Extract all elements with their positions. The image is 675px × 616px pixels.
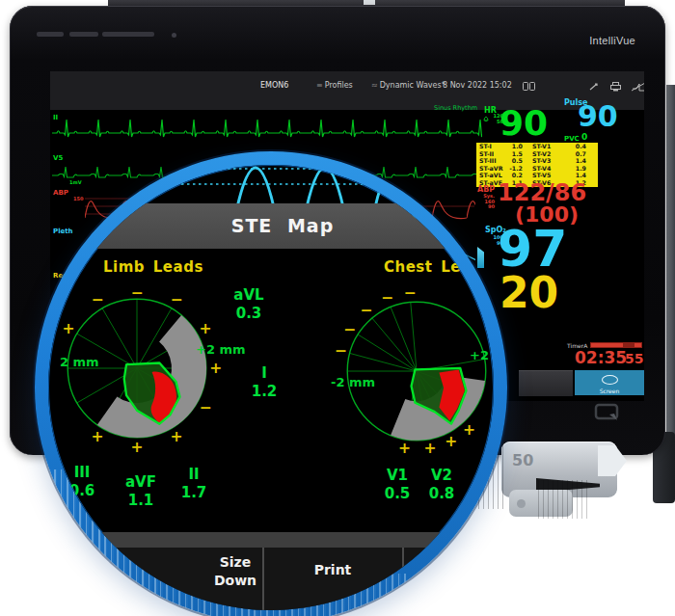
alarm-bell-icon <box>483 116 489 122</box>
timer-time: 02:35 <box>575 350 627 366</box>
svg-text:−: − <box>170 291 182 308</box>
lead-i: I1.2 <box>235 364 293 401</box>
ecg2-label[interactable]: V5 <box>53 154 63 162</box>
datetime[interactable]: 8 Nov 2022 15:02 <box>443 81 512 90</box>
brand-logo: IntelliVue <box>589 35 635 46</box>
st-row: ST-III0.5ST-V31.4 <box>476 157 598 165</box>
chest-leads-polar-chart: − − − − − + + + + <box>341 296 492 446</box>
module-knob <box>517 499 526 508</box>
ecg1-label[interactable]: II <box>53 114 58 121</box>
svg-text:+: + <box>170 428 182 445</box>
ste-window-title: STE Map <box>60 215 494 236</box>
limb-plus2mm-label: +2 mm <box>196 342 246 357</box>
lead-v2: V20.8 <box>413 467 471 503</box>
svg-text:−: − <box>92 291 104 308</box>
main-screen-key-icon[interactable] <box>592 401 623 424</box>
svg-text:+: + <box>130 439 143 456</box>
ste-window-titlebar: STE Map <box>48 203 494 249</box>
hr-value: 90 <box>500 106 548 141</box>
svg-text:+: + <box>445 433 457 450</box>
svg-text:−: − <box>403 284 416 302</box>
limb-leads-label: Limb Leads <box>103 258 203 276</box>
mount-pole <box>666 85 675 449</box>
monitor-name[interactable]: EMON6 <box>260 81 288 90</box>
magnifier-ring: STE Map Limb Leads Chest Leads <box>35 151 507 616</box>
telemetry-icon[interactable] <box>588 82 600 94</box>
softkey-blank[interactable] <box>519 370 573 396</box>
bezel-vent <box>102 32 154 37</box>
printer-icon[interactable] <box>609 82 622 94</box>
screen-key-label: Screen <box>575 388 644 394</box>
module-clip <box>598 445 627 476</box>
st-row: ST-aVL0.2ST-V51.4 <box>476 172 598 179</box>
ste-menu-separator <box>48 532 494 548</box>
spo2-value: 97 <box>498 224 567 274</box>
svg-text:+: + <box>199 320 211 337</box>
svg-text:+: + <box>209 360 222 377</box>
profiles-icon: ≡ <box>316 81 323 90</box>
bezel-vent <box>69 32 98 37</box>
bezel-vent <box>37 32 64 37</box>
svg-text:+: + <box>92 428 104 445</box>
chest-minus2mm-label: -2 mm <box>331 375 375 389</box>
st-row: ST-II1.5ST-V20.7 <box>476 150 598 158</box>
waves-icon: ≈ <box>371 81 378 90</box>
screen-select-menu[interactable]: ≈Dynamic Waves* <box>371 81 446 90</box>
svg-text:+: + <box>398 440 411 457</box>
limb-minus2mm-label: 2 mm <box>60 355 99 369</box>
module-label: 50 <box>512 451 533 469</box>
pulse-value: 90 <box>578 102 618 131</box>
abp-low-limit: 90 <box>477 204 495 210</box>
mount-chip <box>364 0 375 5</box>
abp-value: 122/86 <box>498 181 586 204</box>
screen-key-icon <box>602 375 618 385</box>
svg-text:+: + <box>424 440 437 457</box>
ecg-cal-label: 1mV <box>69 179 82 185</box>
svg-text:+: + <box>62 320 74 337</box>
scene: IntelliVue EMON6 ≡Profiles ≈Dynamic Wave… <box>0 0 675 616</box>
svg-text:−: − <box>335 342 347 360</box>
alarm-pause-icon[interactable] <box>631 82 644 94</box>
st-row: ST-I1.0ST-V10.4 <box>476 143 598 150</box>
magnified-view: STE Map Limb Leads Chest Leads <box>48 165 494 610</box>
pages-icon[interactable] <box>523 82 535 93</box>
resp-value[interactable]: 20 <box>500 272 558 314</box>
lead-avl: aVL0.3 <box>220 286 278 323</box>
svg-text:−: − <box>343 321 356 338</box>
svg-text:−: − <box>360 302 372 319</box>
abp-wave-label[interactable]: ABP <box>53 189 68 197</box>
light-sensor <box>172 33 176 38</box>
svg-text:+: + <box>463 421 475 439</box>
svg-text:−: − <box>199 399 211 416</box>
pvc-label: PVC <box>564 135 580 143</box>
print-button[interactable]: Print <box>270 561 395 579</box>
profiles-menu[interactable]: ≡Profiles <box>316 81 353 90</box>
chest-plus2mm-label: +2 m <box>470 348 494 362</box>
st-row: ST-aVR-1.2ST-V41.9 <box>476 165 598 173</box>
screen-key-button[interactable]: Screen <box>575 370 644 395</box>
timer-seconds: 55 <box>625 352 643 365</box>
svg-text:−: − <box>130 284 143 302</box>
lead-ii: II1.7 <box>165 466 223 502</box>
lead-avf: aVF1.1 <box>112 473 170 510</box>
abp-scale-label: 150 <box>73 196 83 201</box>
status-bar: EMON6 ≡Profiles ≈Dynamic Waves* 8 Nov 20… <box>50 71 644 111</box>
pvc-value: 0 <box>581 133 587 142</box>
svg-text:−: − <box>381 289 393 307</box>
pleth-wave-label[interactable]: Pleth <box>53 228 73 235</box>
photo-artifact <box>538 480 590 519</box>
